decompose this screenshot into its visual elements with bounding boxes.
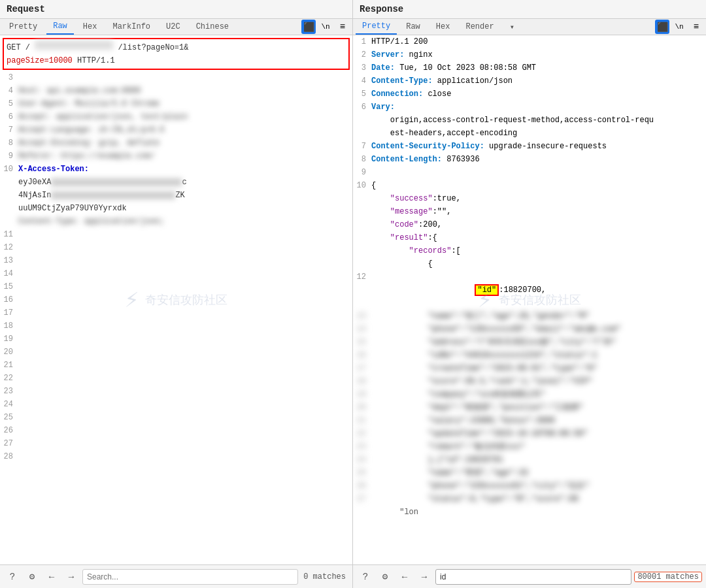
resp-line-10e: "records":[ [353, 244, 706, 257]
matches-count-response: 80001 matches [634, 572, 702, 582]
tab-request-u2c[interactable]: U2C [160, 20, 187, 34]
resp-line-1: 1 HTTP/1.1 200 [353, 35, 706, 48]
line-content-token1: eyJ0eXAc [18, 176, 352, 189]
resp-line-27: 27 "status":0,"type":"B","score":88 [353, 493, 706, 506]
code-line-23: 23 [0, 385, 352, 398]
resp-num-2: 2 [353, 48, 371, 61]
code-line-24: 24 [0, 398, 352, 411]
response-code-area: ⚡ 奇安信攻防社区 1 HTTP/1.1 200 2 Server: nginx… [353, 35, 706, 564]
menu-icon-response[interactable]: ≡ [689, 20, 703, 34]
code-line-19: 19 [0, 333, 352, 346]
line-content-5: User-Agent: Mozilla/5.0 Chrome [18, 97, 352, 110]
resp-num-7: 7 [353, 140, 371, 153]
code-line-req1: GET / /list?pageNo=1& [7, 41, 346, 54]
code-line-16: 16 [0, 293, 352, 306]
line-num-token4 [0, 215, 18, 228]
resp-line-19: 19 "company":"xxx科技有限公司" [353, 388, 706, 401]
line-num-token1 [0, 176, 18, 189]
code-line-5: 5 User-Agent: Mozilla/5.0 Chrome [0, 97, 352, 110]
resp-num-6a [353, 114, 371, 127]
response-title: Response [353, 0, 706, 19]
resp-num-8: 8 [353, 153, 371, 166]
back-btn-response[interactable]: ← [396, 568, 413, 585]
tab-response-hex[interactable]: Hex [429, 20, 457, 34]
code-line-25: 25 [0, 411, 352, 424]
settings-btn-response[interactable]: ⚙ [377, 568, 394, 585]
tab-request-chinese[interactable]: Chinese [190, 20, 235, 34]
settings-btn-request[interactable]: ⚙ [24, 568, 41, 585]
menu-icon-request[interactable]: ≡ [335, 20, 350, 34]
resp-line-26: 26 "phone":"159xxxxxx01","city":"北京" [353, 480, 706, 493]
resp-content-6: Vary: [371, 101, 706, 114]
resp-line-24: 24 },{"id":18820701 [353, 453, 706, 466]
line-num-3: 3 [0, 71, 18, 84]
resp-num-10f [353, 257, 371, 270]
line-content-3 [18, 71, 352, 84]
resp-line-20: 20 "dept":"研发部","position":"工程师" [353, 401, 706, 414]
resp-content-6a: origin,access-control-request-method,acc… [371, 114, 706, 127]
main-container: Request Pretty Raw Hex MarkInfo U2C Chin… [0, 0, 706, 588]
resp-content-12: "id":18820700, [371, 270, 706, 310]
request-line-1: GET / /list?pageNo=1& [7, 41, 346, 54]
request-title: Request [0, 0, 352, 19]
line-num-10: 10 [0, 163, 18, 176]
tab-response-render[interactable]: Render [459, 20, 500, 34]
line-num-token2 [0, 189, 18, 202]
newline-icon-response[interactable]: \n [672, 20, 686, 34]
resp-line-18: 18 "score":99.5,"rank":1,"level":"VIP" [353, 375, 706, 388]
line-content-8: Accept-Encoding: gzip, deflate [18, 137, 352, 150]
resp-content-10: { [371, 179, 706, 192]
resp-line-15: 15 "address":"广州市天河区xxx路","city":"广州" [353, 336, 706, 349]
resp-content-10b: "message":"", [371, 205, 706, 218]
tab-request-markinfo[interactable]: MarkInfo [106, 20, 157, 34]
tab-request-raw[interactable]: Raw [46, 19, 74, 35]
code-line-6: 6 Accept: application/json, text/plain [0, 110, 352, 123]
resp-line-12: 12 "id":18820700, [353, 270, 706, 310]
code-line-28: 28 [0, 450, 352, 463]
forward-btn-response[interactable]: → [416, 568, 433, 585]
search-input-response[interactable] [435, 569, 631, 585]
tab-response-pretty[interactable]: Pretty [356, 19, 397, 35]
resp-content-1: HTTP/1.1 200 [371, 35, 706, 48]
code-line-10: 10 X-Access-Token: [0, 163, 352, 176]
code-line-7: 7 Accept-Language: zh-CN,zh;q=0.9 [0, 123, 352, 137]
code-line-26: 26 [0, 424, 352, 437]
resp-line-5: 5 Connection: close [353, 88, 706, 101]
line-num-9: 9 [0, 150, 18, 163]
resp-line-6a: origin,access-control-request-method,acc… [353, 114, 706, 127]
resp-num-4: 4 [353, 74, 371, 88]
resp-line-8: 8 Content-Length: 8763936 [353, 153, 706, 166]
wrap-icon-request[interactable]: ⬛ [301, 20, 316, 34]
matches-count-request: 0 matches [301, 572, 348, 581]
resp-line-17: 17 "createTime":"2023-08-01","type":"A" [353, 362, 706, 375]
resp-num-10c [353, 218, 371, 231]
help-btn-request[interactable]: ? [4, 568, 21, 585]
resp-num-6: 6 [353, 101, 371, 114]
tab-response-raw[interactable]: Raw [399, 20, 427, 34]
request-bottom-bar: ? ⚙ ← → 0 matches [0, 564, 352, 588]
newline-icon-request[interactable]: \n [318, 20, 333, 34]
resp-line-6b: est-headers,accept-encoding [353, 127, 706, 140]
tab-request-hex[interactable]: Hex [76, 20, 104, 34]
code-line-token3: uuUM9CtjZyaP79UY0Yyrxdk [0, 202, 352, 215]
tab-request-pretty[interactable]: Pretty [3, 20, 44, 34]
resp-content-2: Server: nginx [371, 48, 706, 61]
help-btn-response[interactable]: ? [357, 568, 374, 585]
resp-num-10b [353, 205, 371, 218]
resp-line-28: "lon [353, 506, 706, 519]
line-content-9: Referer: https://example.com/ [18, 150, 352, 163]
resp-content-5: Connection: close [371, 88, 706, 101]
resp-content-10a: "success":true, [371, 192, 706, 205]
code-line-4: 4 Host: api.example.com:8080 [0, 84, 352, 97]
forward-btn-request[interactable]: → [63, 568, 80, 585]
resp-num-5: 5 [353, 88, 371, 101]
tab-response-dropdown[interactable]: ▾ [503, 20, 521, 35]
back-btn-request[interactable]: ← [43, 568, 60, 585]
resp-content-3: Date: Tue, 10 Oct 2023 08:08:58 GMT [371, 61, 706, 74]
search-input-request[interactable] [82, 569, 298, 585]
resp-content-10e: "records":[ [371, 244, 706, 257]
resp-content-7: Content-Security-Policy: upgrade-insecur… [371, 140, 706, 153]
resp-num-12: 12 [353, 270, 371, 310]
wrap-icon-response[interactable]: ⬛ [655, 20, 669, 34]
resp-num-6b [353, 127, 371, 140]
